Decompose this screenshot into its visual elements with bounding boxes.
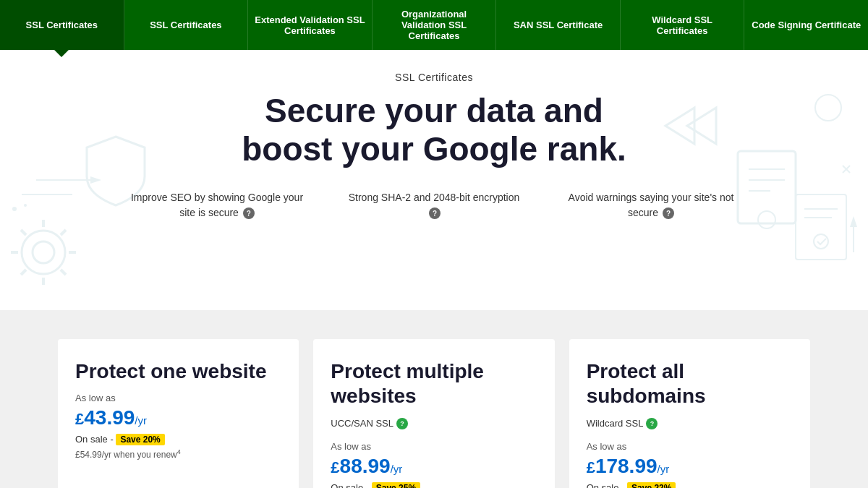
help-seo-icon[interactable]: ? (243, 207, 255, 219)
card-multiple-websites-price-label: As low as (331, 441, 537, 452)
card-multiple-websites: Protect multiple websites UCC/SAN SSL ? … (313, 339, 554, 488)
pricing-cards-section: Protect one website As low as £43.99/yr … (0, 310, 868, 488)
svg-point-1 (33, 241, 54, 263)
nav-item-code-signing[interactable]: Code Signing Certificate (744, 0, 868, 50)
hero-feature-encryption: Strong SHA-2 and 2048-bit encryption ? (347, 190, 521, 221)
card-all-subdomains-price-label: As low as (587, 441, 793, 452)
hero-feature-warnings: Avoid warnings saying your site's not se… (564, 190, 738, 221)
nav-item-extended-validation[interactable]: Extended Validation SSL Certificates (248, 0, 373, 50)
card-one-website-price-label: As low as (75, 393, 281, 403)
hero-content: SSL Certificates Secure your data and bo… (29, 72, 839, 221)
save-badge-all-subdomains: Save 22% (627, 482, 676, 488)
card-one-website-title: Protect one website (75, 359, 281, 384)
card-one-website-price: £43.99/yr (75, 406, 281, 429)
card-multiple-websites-sale: On sale - Save 25% (331, 482, 537, 488)
card-all-subdomains-sale: On sale - Save 22% (587, 482, 793, 488)
wildcard-badge-icon[interactable]: ? (646, 418, 658, 429)
help-encryption-icon[interactable]: ? (429, 207, 441, 219)
svg-marker-30 (850, 216, 857, 227)
card-one-website-sale: On sale - Save 20% (75, 434, 281, 445)
save-badge-multiple-websites: Save 25% (372, 482, 420, 488)
card-one-website-renew: £54.99/yr when you renew4 (75, 448, 281, 460)
svg-point-13 (12, 207, 17, 211)
svg-line-7 (61, 270, 66, 275)
nav-item-ssl-certificates[interactable]: SSL Certificates (0, 0, 124, 50)
svg-line-8 (61, 230, 66, 235)
save-badge-one-website: Save 20% (116, 434, 164, 445)
card-multiple-websites-badge: UCC/SAN SSL ? (331, 418, 408, 429)
nav-item-wildcard-ssl[interactable]: Wildcard SSL Certificates (621, 0, 745, 50)
svg-point-14 (24, 204, 27, 207)
card-all-subdomains-title: Protect all subdomains (587, 359, 793, 408)
card-all-subdomains-badge: Wildcard SSL ? (587, 418, 658, 429)
svg-line-6 (21, 230, 26, 235)
nav-item-san-ssl[interactable]: SAN SSL Certificate (496, 0, 621, 50)
hero-subtitle: SSL Certificates (29, 72, 839, 83)
card-all-subdomains-price: £178.99/yr (587, 455, 793, 478)
hero-section: SSL Certificates Secure your data and bo… (0, 50, 868, 310)
card-one-website: Protect one website As low as £43.99/yr … (58, 339, 299, 488)
svg-line-9 (21, 270, 26, 275)
nav-item-ssl-certificates-2[interactable]: SSL Certificates (124, 0, 249, 50)
card-all-subdomains: Protect all subdomains Wildcard SSL ? As… (569, 339, 810, 488)
ucc-san-badge-icon[interactable]: ? (396, 418, 408, 429)
svg-point-25 (814, 234, 828, 249)
nav-item-organizational-validation[interactable]: Organizational Validation SSL Certificat… (373, 0, 497, 50)
help-warnings-icon[interactable]: ? (663, 207, 674, 219)
svg-point-0 (22, 231, 65, 274)
hero-feature-seo: Improve SEO by showing Google your site … (130, 190, 304, 221)
card-multiple-websites-price: £88.99/yr (331, 455, 537, 478)
hero-features: Improve SEO by showing Google your site … (29, 190, 839, 221)
main-nav: SSL Certificates SSL Certificates Extend… (0, 0, 868, 50)
hero-title: Secure your data and boost your Google r… (217, 92, 651, 168)
card-multiple-websites-title: Protect multiple websites (331, 359, 537, 408)
